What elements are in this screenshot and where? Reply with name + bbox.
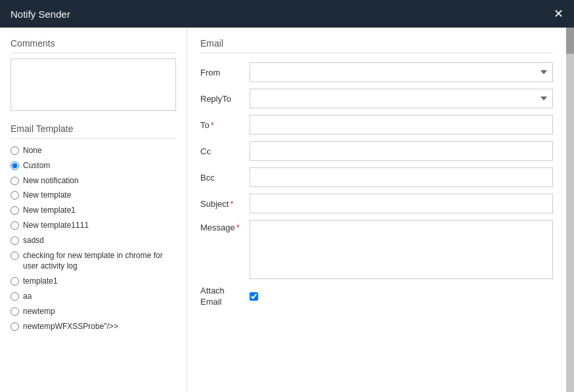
subject-row: Subject* (200, 194, 553, 213)
to-row: To* (200, 115, 553, 135)
list-item: sadsd (11, 235, 176, 246)
radio-label: checking for new template in chrome for … (23, 250, 176, 272)
subject-input[interactable] (250, 194, 553, 213)
list-item: New template1111 (11, 220, 176, 231)
attach-label: AttachEmail (200, 286, 250, 308)
radio-aa[interactable] (11, 292, 19, 301)
attach-checkbox[interactable] (250, 292, 258, 301)
list-item: template1 (11, 276, 176, 287)
list-item: None (11, 145, 176, 156)
radio-template1[interactable] (11, 277, 19, 286)
radio-new-notification[interactable] (11, 177, 19, 185)
radio-label: template1 (23, 276, 58, 287)
comments-section-title: Comments (11, 38, 176, 53)
list-item: aa (11, 291, 176, 302)
cc-label: Cc (200, 146, 250, 156)
radio-label: newtemp (23, 306, 55, 317)
radio-label: Custom (23, 160, 50, 171)
list-item: New template1 (11, 205, 176, 216)
attach-row: AttachEmail (200, 286, 553, 308)
to-required-star: * (211, 120, 214, 130)
from-label: From (200, 68, 250, 77)
list-item: Custom (11, 160, 176, 171)
bcc-label: Bcc (200, 173, 250, 183)
replyto-label: ReplyTo (200, 94, 250, 104)
from-select[interactable] (250, 62, 553, 82)
radio-new-template[interactable] (11, 191, 19, 200)
radio-label: None (23, 145, 42, 156)
modal-body: Comments Email Template None Custom New … (0, 28, 574, 392)
email-template-title: Email Template (11, 123, 176, 139)
close-button[interactable]: ✕ (554, 8, 563, 20)
bcc-input[interactable] (250, 167, 553, 187)
radio-new-template1[interactable] (11, 206, 19, 215)
list-item: newtempWFXSSProbe"/>> (11, 321, 176, 332)
radio-none[interactable] (11, 146, 19, 155)
list-item: checking for new template in chrome for … (11, 250, 176, 272)
subject-required-star: * (230, 199, 233, 209)
list-item: newtemp (11, 306, 176, 317)
radio-sadsd[interactable] (11, 236, 19, 245)
modal-header: Notify Sender ✕ (0, 0, 574, 28)
replyto-row: ReplyTo (200, 89, 553, 108)
scrollbar-track[interactable] (566, 28, 574, 392)
radio-label: newtempWFXSSProbe"/>> (23, 321, 118, 332)
message-row: Message* (200, 220, 553, 279)
radio-newtempwfxss[interactable] (11, 322, 19, 331)
radio-new-template1111[interactable] (11, 221, 19, 230)
cc-input[interactable] (250, 141, 553, 161)
radio-label: aa (23, 291, 32, 302)
comments-textarea[interactable] (11, 58, 176, 111)
radio-label: New notification (23, 175, 79, 186)
subject-label: Subject* (200, 199, 250, 209)
bcc-row: Bcc (200, 167, 553, 187)
radio-label: New template1111 (23, 220, 89, 231)
modal-title: Notify Sender (11, 9, 70, 20)
radio-newtemp[interactable] (11, 307, 19, 316)
radio-list: None Custom New notification New templat… (11, 145, 176, 332)
left-panel: Comments Email Template None Custom New … (0, 28, 187, 392)
from-row: From (200, 62, 553, 82)
scrollbar-thumb (566, 28, 574, 54)
radio-checking[interactable] (11, 251, 19, 260)
replyto-select[interactable] (250, 89, 553, 108)
radio-label: sadsd (23, 235, 44, 246)
to-label: To* (200, 120, 250, 130)
message-required-star: * (236, 223, 240, 232)
radio-label: New template (23, 190, 71, 201)
cc-row: Cc (200, 141, 553, 161)
radio-label: New template1 (23, 205, 76, 216)
to-input[interactable] (250, 115, 553, 135)
message-textarea[interactable] (250, 220, 553, 279)
email-section-title: Email (200, 38, 553, 53)
list-item: New template (11, 190, 176, 201)
right-panel: Email From ReplyTo To* Cc (187, 28, 566, 392)
list-item: New notification (11, 175, 176, 186)
message-label: Message* (200, 220, 250, 232)
radio-custom[interactable] (11, 162, 19, 170)
modal-container: Notify Sender ✕ Comments Email Template … (0, 0, 574, 392)
